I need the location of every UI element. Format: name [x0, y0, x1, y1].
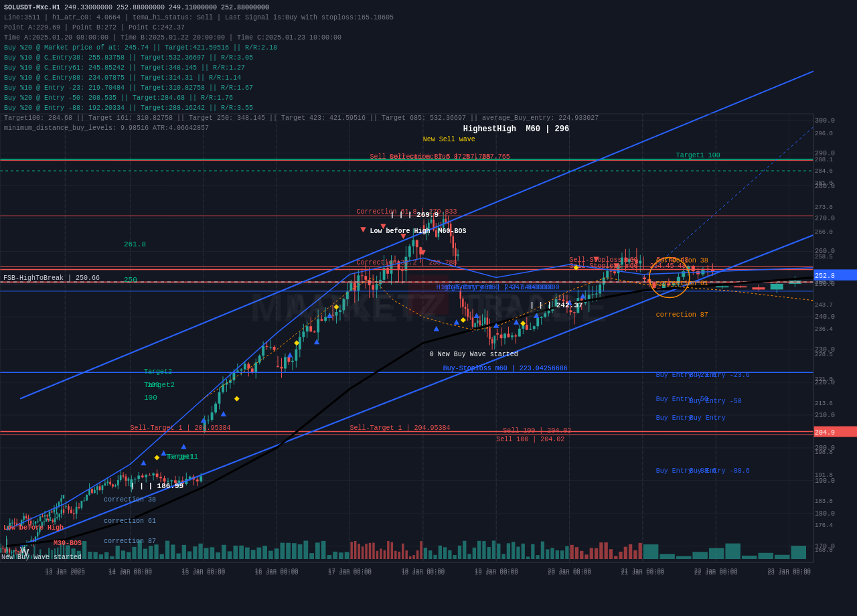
chart-container: MARKETZ TRADE SOLUSDT-Mxc.H1 249.3300000…: [0, 0, 857, 616]
